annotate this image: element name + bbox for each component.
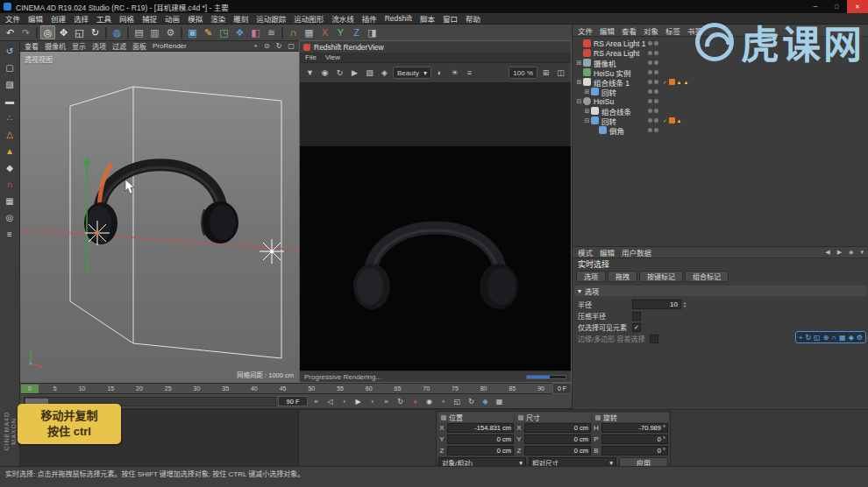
- menu-item[interactable]: 渲染: [210, 13, 225, 24]
- timeline-tick[interactable]: 80: [480, 385, 487, 392]
- end-frame-field[interactable]: 90 F: [278, 396, 308, 406]
- record-scale-icon[interactable]: ◱: [451, 396, 464, 407]
- tag-check-icon[interactable]: [662, 79, 668, 85]
- quantize-icon[interactable]: ▦: [2, 194, 18, 208]
- redshift-renderview-window[interactable]: Redshift RenderView FileView ▼◉↻▶▧◈ Beau…: [299, 40, 572, 383]
- object-row[interactable]: ⊞ 摄像机: [573, 58, 868, 67]
- viewport-menu-item[interactable]: 面板: [132, 41, 146, 51]
- object-row[interactable]: RS Area Light: [573, 48, 868, 58]
- renderview-title-bar[interactable]: Redshift RenderView: [300, 41, 571, 53]
- render-canvas[interactable]: [300, 83, 571, 371]
- visibility-dots[interactable]: [648, 99, 658, 103]
- attribute-menu-item[interactable]: 模式: [578, 247, 593, 258]
- lock-camera-icon[interactable]: ◈: [378, 67, 391, 80]
- start-ipr-icon[interactable]: ▶: [348, 67, 361, 80]
- region-render-icon[interactable]: ▧: [363, 67, 376, 80]
- save-image-icon[interactable]: ▼: [303, 67, 317, 80]
- tag-warn-icon[interactable]: [676, 117, 682, 124]
- expander-icon[interactable]: ⊞: [575, 79, 583, 86]
- lock-axis-y-icon[interactable]: Y: [333, 25, 348, 39]
- tolerant-selection-checkbox[interactable]: [650, 335, 658, 343]
- timeline-tick[interactable]: 85: [509, 385, 516, 392]
- options-section-header[interactable]: ▾ 选项: [574, 286, 867, 296]
- history-back-icon[interactable]: ◀: [825, 249, 829, 256]
- hud-lock-icon[interactable]: ◈: [849, 334, 854, 342]
- snap-toggle-icon[interactable]: ∩: [2, 177, 18, 191]
- menu-item[interactable]: 网格: [119, 13, 134, 24]
- rotation-b-input[interactable]: 0 °: [601, 446, 668, 455]
- hud-settings-icon[interactable]: ⚙: [857, 334, 863, 342]
- tag-warn-icon[interactable]: [683, 79, 689, 85]
- object-row[interactable]: ⊞ 组合线条 1: [573, 77, 868, 87]
- timeline-ruler[interactable]: 051015202530354045505560657075808590: [20, 383, 552, 394]
- object-label[interactable]: HeiSu: [594, 97, 614, 106]
- record-position-icon[interactable]: +: [437, 396, 450, 407]
- viewport-menu-item[interactable]: 摄像机: [45, 41, 66, 51]
- move-handle-origin[interactable]: [96, 231, 100, 236]
- hud-snap-icon[interactable]: ∩: [831, 334, 836, 342]
- timeline-tick[interactable]: 15: [107, 385, 114, 392]
- object-manager-menu-item[interactable]: 文件: [578, 25, 593, 36]
- prev-key-icon[interactable]: ◁: [324, 396, 337, 407]
- menu-item[interactable]: 捕捉: [142, 13, 157, 24]
- attribute-tab[interactable]: 选项: [576, 271, 606, 282]
- headphone-model[interactable]: [84, 164, 238, 244]
- maximize-view-icon[interactable]: ▢: [288, 42, 295, 50]
- menu-item[interactable]: 运动图形: [294, 13, 324, 24]
- radius-input[interactable]: 10: [632, 300, 681, 309]
- object-label[interactable]: RS Area Light: [594, 49, 639, 58]
- close-button[interactable]: ✕: [847, 0, 868, 13]
- timeline-tick[interactable]: 30: [194, 385, 201, 392]
- timeline-tick[interactable]: 0: [28, 385, 32, 392]
- object-row[interactable]: HeiSu 实例: [573, 67, 868, 77]
- menu-item[interactable]: 雕刻: [233, 13, 248, 24]
- polygons-mode-icon[interactable]: ▲: [2, 144, 18, 158]
- expander-icon[interactable]: ⊟: [583, 117, 591, 124]
- visible-only-checkbox[interactable]: ✓: [632, 323, 641, 332]
- menu-item[interactable]: 脚本: [420, 13, 435, 24]
- goto-end-icon[interactable]: »: [380, 396, 393, 407]
- minimize-button[interactable]: ─: [805, 0, 826, 13]
- hud-rotate-icon[interactable]: ↻: [805, 334, 811, 342]
- zoom-level-field[interactable]: 100 %: [509, 67, 537, 79]
- pan-view-icon[interactable]: +: [253, 42, 258, 50]
- timeline-tick[interactable]: 10: [79, 385, 86, 392]
- aov-dropdown[interactable]: Beauty ▾: [393, 67, 431, 79]
- live-selection-icon[interactable]: ◎: [40, 25, 55, 39]
- expander-icon[interactable]: ⊞: [575, 60, 583, 67]
- visibility-dots[interactable]: [648, 60, 658, 65]
- record-rotation-icon[interactable]: ↻: [465, 396, 478, 407]
- rotate-view-icon[interactable]: ↻: [276, 42, 282, 50]
- record-keyframe-icon[interactable]: ●: [409, 396, 422, 407]
- menu-item[interactable]: 创建: [51, 13, 66, 24]
- position-z-input[interactable]: 0 cm: [447, 446, 514, 455]
- visibility-dots[interactable]: [648, 80, 658, 84]
- filter-icon[interactable]: ≡: [463, 67, 476, 80]
- menu-item[interactable]: 编辑: [28, 13, 43, 24]
- lock-axis-z-icon[interactable]: Z: [349, 25, 364, 39]
- maximize-button[interactable]: □: [826, 0, 847, 13]
- radius-spinner[interactable]: ▲▼: [683, 301, 687, 308]
- timeline-tick[interactable]: 45: [280, 385, 287, 392]
- separator[interactable]: [281, 27, 283, 39]
- position-x-input[interactable]: -154.831 cm: [447, 423, 514, 433]
- add-primitive-icon[interactable]: ▣: [185, 25, 200, 39]
- record-parameter-icon[interactable]: ◆: [479, 396, 492, 407]
- visibility-dots[interactable]: [648, 118, 658, 123]
- undo-icon[interactable]: ↶: [3, 25, 18, 39]
- move-icon[interactable]: ✥: [56, 25, 71, 39]
- hud-move-icon[interactable]: +: [799, 334, 803, 342]
- timeline-tick[interactable]: 20: [136, 385, 143, 392]
- panel-menu-icon[interactable]: ▾: [860, 249, 864, 256]
- workplane-icon[interactable]: ▦: [302, 25, 317, 39]
- lock-axis-x-icon[interactable]: X: [317, 25, 332, 39]
- renderview-menu-item[interactable]: File: [305, 53, 317, 61]
- timeline-tick[interactable]: 55: [337, 385, 344, 392]
- separator[interactable]: [181, 27, 182, 39]
- coordinate-system-icon[interactable]: ◍: [110, 25, 125, 39]
- menu-item[interactable]: 模拟: [188, 13, 203, 24]
- layers-icon[interactable]: ≡: [2, 227, 18, 241]
- visibility-dots[interactable]: [648, 109, 658, 113]
- goto-start-icon[interactable]: «: [309, 396, 323, 407]
- viewport-menu-item[interactable]: 显示: [72, 41, 86, 51]
